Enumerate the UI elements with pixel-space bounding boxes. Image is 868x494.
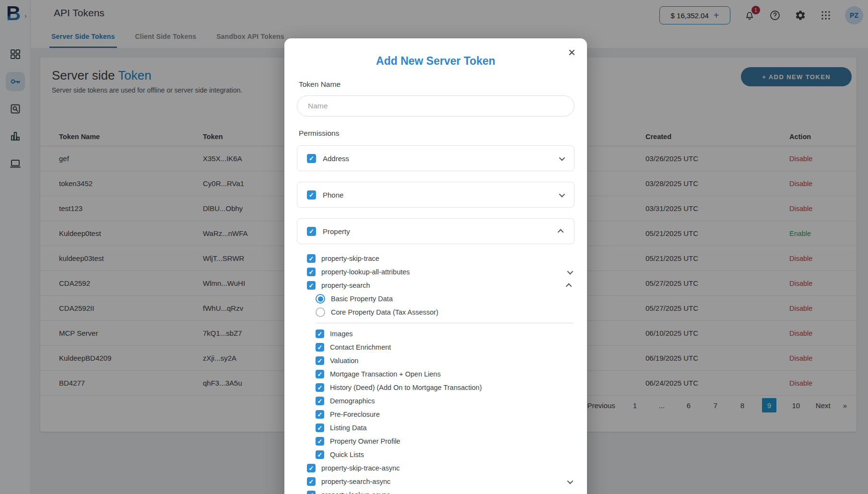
option-contact-enrichment[interactable]: Contact Enrichment xyxy=(297,341,575,354)
permission-item-property-lookup-all-attributes[interactable]: property-lookup-all-attributes xyxy=(297,265,575,279)
permissions-label: Permissions xyxy=(299,129,575,138)
permission-item-property-skip-trace[interactable]: property-skip-trace xyxy=(297,252,575,265)
option-label: Demographics xyxy=(330,397,569,405)
accordion-label: Phone xyxy=(323,191,559,199)
checkbox-listing-data[interactable] xyxy=(316,423,324,432)
option-history-deed-add-on-to-mortgage-transaction[interactable]: History (Deed) (Add On to Mortgage Trans… xyxy=(297,381,575,394)
checkbox-valuation[interactable] xyxy=(316,356,324,365)
checkbox-contact-enrichment[interactable] xyxy=(316,343,324,352)
checkbox-property-skip-trace[interactable] xyxy=(307,254,316,263)
property-permissions-list: property-skip-traceproperty-lookup-all-a… xyxy=(297,252,575,494)
permission-item-property-search[interactable]: property-search xyxy=(297,279,575,292)
checkbox-property-lookup-all-attributes[interactable] xyxy=(307,268,316,276)
option-label: History (Deed) (Add On to Mortgage Trans… xyxy=(330,384,569,391)
checkbox-history-deed-add-on-to-mortgage-transaction[interactable] xyxy=(316,383,324,392)
checkbox-images[interactable] xyxy=(316,329,324,338)
checkbox-demographics[interactable] xyxy=(316,397,324,405)
permission-accordion-property[interactable]: Property xyxy=(297,218,575,244)
option-mortgage-transaction-open-liens[interactable]: Mortgage Transaction + Open Liens xyxy=(297,367,575,381)
option-pre-foreclosure[interactable]: Pre-Foreclosure xyxy=(297,408,575,421)
permission-item-property-search-async[interactable]: property-search-async xyxy=(297,475,575,488)
option-label: Quick Lists xyxy=(330,451,569,459)
close-icon[interactable]: × xyxy=(568,46,575,59)
checkbox-property-owner-profile[interactable] xyxy=(316,437,324,446)
option-property-owner-profile[interactable]: Property Owner Profile xyxy=(297,435,575,448)
option-valuation[interactable]: Valuation xyxy=(297,354,575,367)
option-label: Listing Data xyxy=(330,424,569,432)
app-root: B › API Tokens $ 16,352.04 + 1 xyxy=(0,0,868,494)
permission-item-property-skip-trace-async[interactable]: property-skip-trace-async xyxy=(297,461,575,475)
option-label: Basic Property Data xyxy=(331,295,569,303)
chevron-down-icon[interactable] xyxy=(559,154,565,161)
permission-item-label: property-lookup-async xyxy=(321,491,567,494)
chevron-down-icon[interactable] xyxy=(567,268,574,274)
option-images[interactable]: Images xyxy=(297,327,575,341)
checkbox-pre-foreclosure[interactable] xyxy=(316,410,324,419)
add-token-modal: × Add New Server Token Token Name Permis… xyxy=(284,38,587,494)
option-label: Contact Enrichment xyxy=(330,343,569,351)
option-basic-property-data[interactable]: Basic Property Data xyxy=(297,292,575,306)
permission-accordion-phone[interactable]: Phone xyxy=(297,182,575,208)
option-demographics[interactable]: Demographics xyxy=(297,394,575,408)
option-listing-data[interactable]: Listing Data xyxy=(297,421,575,435)
chevron-down-icon[interactable] xyxy=(567,491,574,494)
checkbox-quick-lists[interactable] xyxy=(316,450,324,459)
checkbox-phone[interactable] xyxy=(307,190,316,200)
permission-item-label: property-skip-trace xyxy=(321,255,572,262)
options-divider xyxy=(316,323,574,323)
checkbox-property-search-async[interactable] xyxy=(307,477,316,486)
option-label: Images xyxy=(330,330,569,338)
accordion-label: Property xyxy=(323,227,559,235)
radio-core-property-data-tax-assessor[interactable] xyxy=(316,307,325,317)
permission-item-label: property-search xyxy=(321,282,567,289)
option-label: Core Property Data (Tax Assessor) xyxy=(331,308,569,316)
token-name-input[interactable] xyxy=(297,95,575,117)
checkbox-address[interactable] xyxy=(307,154,316,163)
checkbox-property-skip-trace-async[interactable] xyxy=(307,464,316,472)
option-core-property-data-tax-assessor[interactable]: Core Property Data (Tax Assessor) xyxy=(297,306,575,319)
accordion-label: Address xyxy=(323,154,559,163)
permission-item-label: property-skip-trace-async xyxy=(321,464,572,472)
option-quick-lists[interactable]: Quick Lists xyxy=(297,448,575,461)
permission-item-label: property-search-async xyxy=(321,478,567,485)
permission-accordion-address[interactable]: Address xyxy=(297,145,575,171)
chevron-down-icon[interactable] xyxy=(567,478,574,484)
radio-basic-property-data[interactable] xyxy=(316,294,325,304)
option-label: Property Owner Profile xyxy=(330,437,569,445)
checkbox-property-lookup-async[interactable] xyxy=(307,491,316,494)
permissions-accordions: AddressPhoneProperty xyxy=(297,145,575,244)
option-label: Mortgage Transaction + Open Liens xyxy=(330,370,569,378)
option-label: Valuation xyxy=(330,357,569,365)
option-label: Pre-Foreclosure xyxy=(330,411,569,418)
permission-item-label: property-lookup-all-attributes xyxy=(321,268,567,276)
checkbox-property-search[interactable] xyxy=(307,281,316,290)
modal-title: Add New Server Token xyxy=(297,55,575,68)
token-name-label: Token Name xyxy=(299,80,575,89)
checkbox-property[interactable] xyxy=(307,227,316,236)
chevron-down-icon[interactable] xyxy=(559,191,565,197)
permission-item-property-lookup-async[interactable]: property-lookup-async xyxy=(297,488,575,494)
checkbox-mortgage-transaction-open-liens[interactable] xyxy=(316,370,324,378)
